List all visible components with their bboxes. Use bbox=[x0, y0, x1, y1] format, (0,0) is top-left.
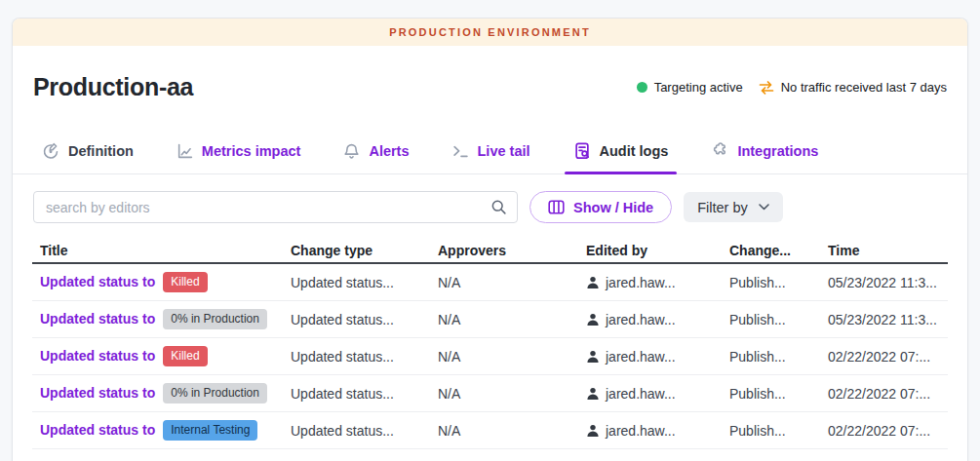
filter-by-button[interactable]: Filter by bbox=[684, 192, 783, 222]
row-title-link[interactable]: Updated status to bbox=[40, 422, 155, 438]
status-badge: 0% in Production bbox=[163, 383, 267, 403]
table-row[interactable]: Updated status to 0% in Production Updat… bbox=[32, 375, 948, 412]
status-badge: Killed bbox=[163, 346, 207, 365]
table-header-row: Title Change type Approvers Edited by Ch… bbox=[32, 238, 948, 264]
traffic-status: No traffic received last 7 days bbox=[759, 80, 947, 95]
change-type-cell: Updated status... bbox=[291, 275, 438, 290]
tab-bar: Definition Metrics impact Alerts bbox=[13, 129, 967, 174]
production-environment-banner: PRODUCTION ENVIRONMENT bbox=[13, 19, 967, 46]
status-badge: Internal Testing bbox=[163, 420, 257, 440]
search-input[interactable] bbox=[33, 191, 518, 223]
approvers-cell: N/A bbox=[438, 386, 586, 402]
audit-log-table: Title Change type Approvers Edited by Ch… bbox=[32, 238, 948, 449]
table-row[interactable]: Updated status to Killed Updated status.… bbox=[32, 338, 948, 375]
edited-by-name: jared.haw... bbox=[606, 423, 676, 439]
show-hide-button[interactable]: Show / Hide bbox=[529, 191, 672, 223]
change-cell: Publish... bbox=[729, 386, 828, 402]
person-icon bbox=[586, 387, 600, 401]
row-title-link[interactable]: Updated status to bbox=[40, 385, 155, 401]
edited-by-cell: jared.haw... bbox=[586, 423, 729, 439]
edited-by-cell: jared.haw... bbox=[586, 386, 729, 402]
table-row[interactable]: Updated status to Killed Updated status.… bbox=[32, 264, 948, 301]
person-icon bbox=[586, 350, 600, 364]
change-type-cell: Updated status... bbox=[291, 386, 438, 402]
edited-by-name: jared.haw... bbox=[606, 275, 676, 290]
change-cell: Publish... bbox=[729, 349, 828, 365]
tab-alerts[interactable]: Alerts bbox=[343, 129, 409, 173]
person-icon bbox=[586, 276, 600, 289]
tab-definition[interactable]: Definition bbox=[42, 129, 134, 173]
targeting-status: Targeting active bbox=[637, 80, 743, 95]
change-cell: Publish... bbox=[729, 312, 828, 327]
column-header-title: Title bbox=[32, 243, 291, 258]
tab-metrics-impact[interactable]: Metrics impact bbox=[176, 129, 301, 173]
table-row[interactable]: Updated status to 0% in Production Updat… bbox=[32, 301, 948, 338]
banner-label: PRODUCTION ENVIRONMENT bbox=[389, 26, 591, 38]
time-cell: 02/22/2022 07:... bbox=[828, 349, 950, 365]
tab-label: Audit logs bbox=[600, 143, 669, 159]
edited-by-cell: jared.haw... bbox=[586, 312, 729, 327]
puzzle-icon bbox=[711, 142, 728, 160]
status-badge: Killed bbox=[163, 272, 207, 291]
search-icon bbox=[490, 199, 507, 219]
toolbar: Show / Hide Filter by bbox=[13, 174, 967, 238]
column-header-edited-by: Edited by bbox=[586, 243, 729, 258]
tab-label: Metrics impact bbox=[202, 143, 301, 159]
tab-label: Integrations bbox=[737, 143, 818, 159]
row-title-link[interactable]: Updated status to bbox=[40, 274, 155, 289]
show-hide-label: Show / Hide bbox=[573, 200, 653, 215]
person-icon bbox=[586, 313, 600, 327]
metrics-chart-icon bbox=[176, 143, 193, 160]
row-title-link[interactable]: Updated status to bbox=[40, 311, 155, 327]
column-header-time: Time bbox=[828, 243, 950, 258]
green-dot-icon bbox=[637, 82, 647, 93]
flag-detail-card: PRODUCTION ENVIRONMENT Production-aa Tar… bbox=[12, 18, 968, 461]
bell-icon bbox=[343, 143, 360, 160]
edited-by-name: jared.haw... bbox=[606, 349, 676, 365]
approvers-cell: N/A bbox=[438, 312, 586, 327]
search-box bbox=[33, 191, 518, 223]
definition-target-icon bbox=[42, 142, 59, 160]
time-cell: 02/22/2022 07:... bbox=[828, 386, 950, 402]
header-row: Production-aa Targeting active No traffi… bbox=[13, 46, 967, 129]
person-icon bbox=[586, 424, 600, 438]
change-cell: Publish... bbox=[729, 275, 828, 290]
status-badge: 0% in Production bbox=[163, 309, 267, 328]
tab-label: Live tail bbox=[478, 143, 530, 159]
change-type-cell: Updated status... bbox=[291, 312, 438, 327]
table-row[interactable]: Updated status to Internal Testing Updat… bbox=[32, 412, 948, 449]
tab-label: Definition bbox=[68, 143, 134, 159]
targeting-status-label: Targeting active bbox=[654, 80, 743, 95]
traffic-arrows-icon bbox=[759, 81, 774, 95]
column-header-change-type: Change type bbox=[291, 243, 438, 258]
tab-audit-logs[interactable]: Audit logs bbox=[573, 129, 669, 173]
time-cell: 05/23/2022 11:3... bbox=[828, 275, 950, 290]
traffic-status-label: No traffic received last 7 days bbox=[781, 80, 947, 95]
row-title-link[interactable]: Updated status to bbox=[40, 348, 155, 364]
status-group: Targeting active No traffic received las… bbox=[637, 80, 947, 95]
approvers-cell: N/A bbox=[438, 349, 586, 365]
page-title: Production-aa bbox=[33, 73, 193, 101]
change-type-cell: Updated status... bbox=[291, 423, 438, 439]
edited-by-name: jared.haw... bbox=[606, 312, 676, 327]
column-header-change: Change... bbox=[729, 243, 828, 258]
change-type-cell: Updated status... bbox=[291, 349, 438, 365]
time-cell: 02/22/2022 07:... bbox=[828, 423, 950, 439]
columns-icon bbox=[548, 200, 565, 214]
edited-by-cell: jared.haw... bbox=[586, 349, 729, 365]
chevron-down-icon bbox=[759, 204, 769, 211]
tab-integrations[interactable]: Integrations bbox=[711, 129, 818, 173]
column-header-approvers: Approvers bbox=[438, 243, 586, 258]
approvers-cell: N/A bbox=[438, 275, 586, 290]
time-cell: 05/23/2022 11:3... bbox=[828, 312, 950, 327]
edited-by-name: jared.haw... bbox=[606, 386, 676, 402]
change-cell: Publish... bbox=[729, 423, 828, 439]
tab-label: Alerts bbox=[369, 143, 409, 159]
terminal-icon bbox=[452, 143, 469, 160]
edited-by-cell: jared.haw... bbox=[586, 275, 729, 290]
filter-by-label: Filter by bbox=[697, 200, 748, 215]
tab-live-tail[interactable]: Live tail bbox=[452, 129, 530, 173]
document-search-icon bbox=[573, 142, 591, 160]
approvers-cell: N/A bbox=[438, 423, 586, 439]
